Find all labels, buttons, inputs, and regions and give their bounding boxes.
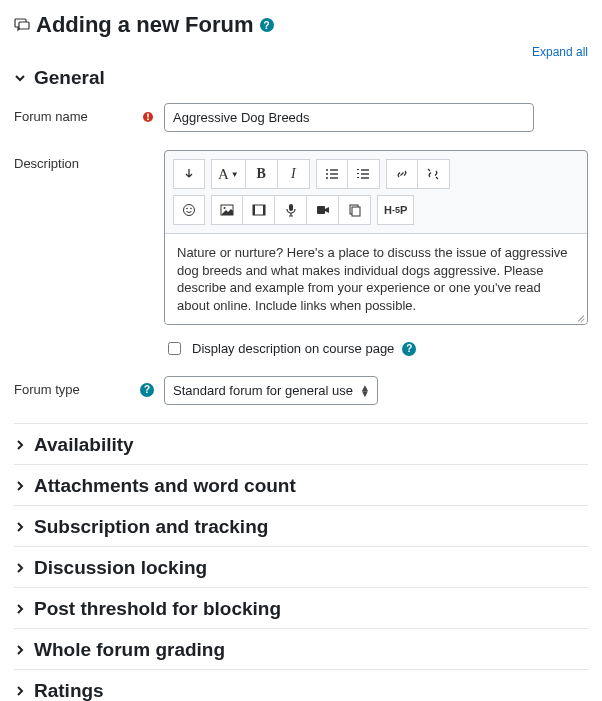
svg-rect-6 bbox=[330, 169, 338, 170]
editor-unlink-button[interactable] bbox=[418, 159, 450, 189]
forum-icon bbox=[14, 17, 30, 33]
section-availability-header[interactable]: Availability bbox=[14, 423, 588, 464]
svg-point-7 bbox=[326, 173, 328, 175]
svg-rect-25 bbox=[289, 204, 293, 211]
page-help-icon[interactable]: ? bbox=[260, 18, 274, 32]
page-title: Adding a new Forum bbox=[36, 12, 254, 38]
svg-rect-14 bbox=[357, 169, 359, 170]
svg-point-9 bbox=[326, 177, 328, 179]
editor-numbered-list-button[interactable] bbox=[348, 159, 380, 189]
section-locking-header[interactable]: Discussion locking bbox=[14, 546, 588, 587]
svg-rect-16 bbox=[357, 177, 359, 178]
svg-rect-8 bbox=[330, 173, 338, 174]
svg-rect-10 bbox=[330, 177, 338, 178]
expand-all-link[interactable]: Expand all bbox=[532, 45, 588, 59]
svg-rect-4 bbox=[147, 118, 149, 120]
editor-bold-button[interactable]: B bbox=[246, 159, 278, 189]
editor-emoji-button[interactable] bbox=[173, 195, 205, 225]
display-description-checkbox[interactable] bbox=[168, 342, 181, 355]
chevron-right-icon bbox=[14, 481, 26, 491]
section-threshold-header[interactable]: Post threshold for blocking bbox=[14, 587, 588, 628]
chevron-right-icon bbox=[14, 522, 26, 532]
editor-record-audio-button[interactable] bbox=[275, 195, 307, 225]
section-subscription-title: Subscription and tracking bbox=[34, 516, 268, 538]
section-general-title: General bbox=[34, 67, 105, 89]
chevron-right-icon bbox=[14, 645, 26, 655]
section-ratings-title: Ratings bbox=[34, 680, 104, 701]
section-attachments-title: Attachments and word count bbox=[34, 475, 296, 497]
forum-name-input[interactable] bbox=[164, 103, 534, 132]
svg-rect-23 bbox=[253, 205, 255, 215]
svg-point-17 bbox=[184, 205, 195, 216]
svg-rect-15 bbox=[357, 173, 359, 174]
resize-handle-icon[interactable] bbox=[575, 312, 585, 322]
section-grading-header[interactable]: Whole forum grading bbox=[14, 628, 588, 669]
editor-bullet-list-button[interactable] bbox=[316, 159, 348, 189]
description-label: Description bbox=[14, 156, 79, 171]
editor-italic-button[interactable]: I bbox=[278, 159, 310, 189]
editor-h5p-button[interactable]: H-5P bbox=[377, 195, 414, 225]
section-subscription-header[interactable]: Subscription and tracking bbox=[14, 505, 588, 546]
svg-point-21 bbox=[224, 207, 226, 209]
required-icon bbox=[142, 111, 154, 123]
forum-name-label: Forum name bbox=[14, 109, 88, 124]
editor-manage-files-button[interactable] bbox=[339, 195, 371, 225]
svg-rect-28 bbox=[352, 207, 360, 216]
editor-link-button[interactable] bbox=[386, 159, 418, 189]
svg-point-18 bbox=[186, 208, 188, 210]
chevron-right-icon bbox=[14, 440, 26, 450]
svg-rect-1 bbox=[19, 22, 29, 29]
svg-point-5 bbox=[326, 169, 328, 171]
editor-record-video-button[interactable] bbox=[307, 195, 339, 225]
display-description-help-icon[interactable]: ? bbox=[402, 342, 416, 356]
chevron-right-icon bbox=[14, 686, 26, 696]
editor-media-button[interactable] bbox=[243, 195, 275, 225]
svg-point-19 bbox=[190, 208, 192, 210]
forum-type-help-icon[interactable]: ? bbox=[140, 383, 154, 397]
display-description-label: Display description on course page bbox=[192, 341, 394, 356]
svg-rect-24 bbox=[263, 205, 265, 215]
section-grading-title: Whole forum grading bbox=[34, 639, 225, 661]
svg-rect-13 bbox=[361, 177, 369, 178]
description-editor[interactable]: Nature or nurture? Here's a place to dis… bbox=[165, 233, 587, 324]
section-locking-title: Discussion locking bbox=[34, 557, 207, 579]
section-ratings-header[interactable]: Ratings bbox=[14, 669, 588, 701]
description-text: Nature or nurture? Here's a place to dis… bbox=[177, 245, 568, 313]
editor-styles-button[interactable]: A ▼ bbox=[211, 159, 246, 189]
svg-rect-11 bbox=[361, 169, 369, 170]
chevron-right-icon bbox=[14, 604, 26, 614]
chevron-right-icon bbox=[14, 563, 26, 573]
chevron-down-icon bbox=[14, 73, 26, 83]
editor-image-button[interactable] bbox=[211, 195, 243, 225]
section-threshold-title: Post threshold for blocking bbox=[34, 598, 281, 620]
forum-type-label: Forum type bbox=[14, 382, 80, 397]
svg-rect-12 bbox=[361, 173, 369, 174]
section-general-header[interactable]: General bbox=[14, 63, 588, 97]
section-attachments-header[interactable]: Attachments and word count bbox=[14, 464, 588, 505]
svg-rect-26 bbox=[317, 206, 325, 214]
forum-type-select[interactable]: Standard forum for general use bbox=[164, 376, 378, 405]
editor-toggle-toolbar-button[interactable] bbox=[173, 159, 205, 189]
section-availability-title: Availability bbox=[34, 434, 134, 456]
svg-rect-3 bbox=[147, 113, 149, 117]
